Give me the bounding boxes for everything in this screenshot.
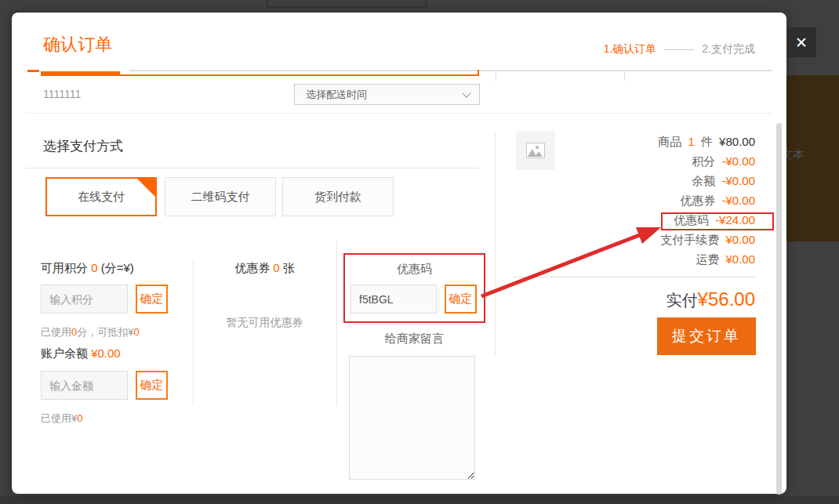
summary-row-points: 积分 -¥0.00 — [496, 151, 755, 171]
submit-order-button[interactable]: 提交订单 — [657, 317, 756, 355]
chevron-down-icon — [462, 89, 470, 97]
balance-value: ¥0.00 — [91, 346, 121, 360]
coupon-code-input[interactable] — [350, 285, 437, 314]
background-input-remnant — [267, 0, 427, 8]
orange-border-line — [42, 74, 479, 76]
total-label: 实付 — [666, 290, 698, 311]
background-text: 文本 — [786, 147, 804, 162]
payment-tab-cod[interactable]: 货到付款 — [282, 177, 394, 216]
delivery-time-value: 选择配送时间 — [306, 88, 463, 102]
check-icon: ✓ — [147, 158, 154, 169]
background-bottom-strip — [0, 496, 839, 504]
summary-row-balance: 余额 -¥0.00 — [496, 171, 755, 190]
confirm-order-modal: 确认订单 1.确认订单 2.支付完成 1111111 选择配送时间 选择支付方式… — [12, 13, 786, 494]
points-available-count: 0 — [91, 261, 97, 274]
balance-confirm-button[interactable]: 确定 — [136, 371, 168, 400]
coupon-code-title: 优惠码 — [343, 262, 485, 277]
page-background: 文本 确认订单 1.确认订单 2.支付完成 1111111 选择配送时间 选择支… — [0, 0, 839, 504]
page-title: 确认订单 — [43, 33, 112, 56]
payment-tab-online[interactable]: 在线支付 ✓ — [45, 177, 157, 216]
section-divider — [26, 113, 772, 114]
column-divider-tick — [624, 71, 625, 81]
item-count: 1 — [688, 135, 694, 148]
delivery-time-select[interactable]: 选择配送时间 — [294, 84, 480, 105]
points-label: 可用积分 — [41, 261, 88, 274]
points-confirm-button[interactable]: 确定 — [136, 285, 168, 314]
modal-scrollbar[interactable] — [776, 123, 782, 495]
table-header-border — [129, 70, 772, 71]
summary-row-shipping: 运费 ¥0.00 — [496, 249, 755, 269]
summary-divider — [514, 277, 755, 277]
balance-title: 账户余额 ¥0.00 — [41, 346, 121, 361]
coupon-code-confirm-button[interactable]: 确定 — [445, 285, 477, 314]
total-row: 实付 ¥56.00 — [666, 288, 755, 311]
vertical-divider — [193, 259, 194, 406]
merchant-message-textarea[interactable] — [349, 356, 475, 480]
points-rate-note: (分=¥) — [101, 261, 134, 274]
coupon-count: 0 — [273, 261, 279, 274]
payment-section-title: 选择支付方式 — [43, 137, 123, 155]
item-price: ¥80.00 — [719, 135, 755, 148]
step-pay-complete: 2.支付完成 — [702, 42, 755, 56]
close-icon: ✕ — [795, 34, 808, 51]
tab-underline-fragment — [27, 70, 39, 72]
order-summary: 商品 1 件 ¥80.00 积分 -¥0.00 余额 -¥0.00 优惠券 -¥… — [496, 132, 755, 269]
column-divider-tick — [496, 71, 496, 81]
summary-row-coupon: 优惠券 -¥0.00 — [496, 190, 755, 210]
payment-tab-online-label: 在线支付 — [78, 190, 125, 203]
payment-tab-cod-label: 货到付款 — [314, 190, 361, 203]
selected-corner-badge — [136, 177, 157, 198]
vertical-divider — [336, 241, 337, 406]
points-used-note: 已使用0分，可抵扣¥0 — [41, 325, 140, 339]
summary-row-coupon-code: 优惠码 -¥24.00 — [496, 210, 755, 230]
coupon-empty-text: 暂无可用优惠券 — [193, 316, 336, 330]
step-indicator: 1.确认订单 2.支付完成 — [604, 42, 755, 56]
background-banner: 文本 — [786, 75, 839, 241]
merchant-message-label: 给商家留言 — [343, 332, 485, 346]
close-button[interactable]: ✕ — [786, 27, 816, 57]
summary-row-item: 商品 1 件 ¥80.00 — [496, 132, 755, 151]
total-value: ¥56.00 — [698, 288, 755, 310]
balance-label: 账户余额 — [41, 346, 88, 360]
order-id-text: 1111111 — [43, 88, 81, 100]
summary-row-fee: 支付手续费 ¥0.00 — [496, 230, 755, 249]
coupon-title: 优惠券 0 张 — [193, 261, 336, 276]
payment-title-underline — [26, 168, 479, 169]
step-confirm-order: 1.确认订单 — [604, 42, 657, 56]
points-input[interactable] — [41, 285, 128, 314]
balance-used-note: 已使用¥0 — [41, 412, 82, 426]
points-title: 可用积分 0 (分=¥) — [41, 261, 134, 276]
vertical-divider — [495, 132, 496, 357]
payment-tab-qrcode[interactable]: 二维码支付 — [165, 177, 276, 216]
balance-input[interactable] — [41, 371, 128, 400]
payment-tab-qrcode-label: 二维码支付 — [191, 190, 250, 203]
step-divider — [664, 49, 694, 50]
orange-border-corner — [478, 70, 479, 76]
